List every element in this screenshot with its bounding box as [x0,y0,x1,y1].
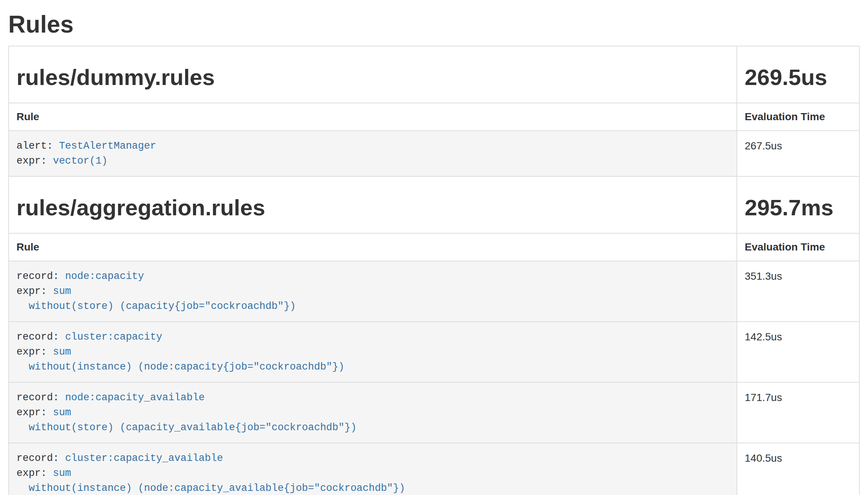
rules-page: Rules rules/dummy.rules269.5usRuleEvalua… [0,11,868,495]
column-header-row: RuleEvaluation Time [9,233,859,261]
rule-expr-link[interactable]: sum without(store) (capacity_available{j… [16,407,356,433]
evaluation-time-column-header: Evaluation Time [737,103,859,131]
rule-definition: record: cluster:capacity expr: sum witho… [16,330,729,374]
rule-group-name: rules/dummy.rules [16,65,729,90]
rule-row: record: cluster:capacity expr: sum witho… [9,322,859,382]
rule-name-link[interactable]: TestAlertManager [59,140,156,152]
rule-group-evaluation-time: 269.5us [745,65,852,90]
evaluation-time-column-header: Evaluation Time [737,233,859,261]
column-header-row: RuleEvaluation Time [9,103,859,131]
rules-table: rules/dummy.rules269.5usRuleEvaluation T… [8,46,860,495]
rule-evaluation-time: 267.5us [737,131,859,176]
rules-table-body: rules/dummy.rules269.5usRuleEvaluation T… [9,46,859,495]
rule-evaluation-time: 140.5us [737,443,859,495]
rule-expr-link[interactable]: sum without(instance) (node:capacity_ava… [16,468,405,494]
rule-definition: alert: TestAlertManager expr: vector(1) [16,139,729,168]
rule-cell: record: node:capacity_available expr: su… [9,382,737,443]
rule-evaluation-time: 171.7us [737,382,859,443]
rule-name-link[interactable]: cluster:capacity_available [65,453,223,464]
rule-evaluation-time: 351.3us [737,261,859,322]
rule-expr-link[interactable]: sum without(instance) (node:capacity{job… [16,346,344,373]
rule-cell: record: cluster:capacity expr: sum witho… [9,322,737,382]
rule-name-link[interactable]: cluster:capacity [65,331,162,343]
rule-row: record: node:capacity_available expr: su… [9,382,859,443]
rule-cell: record: node:capacity expr: sum without(… [9,261,737,322]
rule-cell: record: cluster:capacity_available expr:… [9,443,737,495]
rule-definition: record: node:capacity_available expr: su… [16,390,729,435]
rule-group-header-row: rules/aggregation.rules295.7ms [9,176,859,233]
rule-group-name: rules/aggregation.rules [16,195,729,220]
rule-group-header-row: rules/dummy.rules269.5us [9,46,859,103]
rule-definition: record: cluster:capacity_available expr:… [16,451,729,495]
rule-row: alert: TestAlertManager expr: vector(1)2… [9,131,859,176]
rule-name-link[interactable]: node:capacity [65,271,144,282]
rule-definition: record: node:capacity expr: sum without(… [16,269,729,314]
rule-group-evaluation-time: 295.7ms [745,195,852,220]
rule-cell: alert: TestAlertManager expr: vector(1) [9,131,737,176]
rule-group-evaluation-time-cell: 269.5us [737,46,859,103]
rule-row: record: cluster:capacity_available expr:… [9,443,859,495]
rule-column-header: Rule [9,233,737,261]
rule-group-name-cell: rules/aggregation.rules [9,176,737,233]
page-title: Rules [8,11,860,37]
rule-expr-link[interactable]: sum without(store) (capacity{job="cockro… [16,286,296,312]
rule-evaluation-time: 142.5us [737,322,859,382]
rule-row: record: node:capacity expr: sum without(… [9,261,859,322]
rule-column-header: Rule [9,103,737,131]
rule-expr-link[interactable]: vector(1) [53,155,108,167]
rule-group-evaluation-time-cell: 295.7ms [737,176,859,233]
rule-name-link[interactable]: node:capacity_available [65,392,205,403]
rule-group-name-cell: rules/dummy.rules [9,46,737,103]
